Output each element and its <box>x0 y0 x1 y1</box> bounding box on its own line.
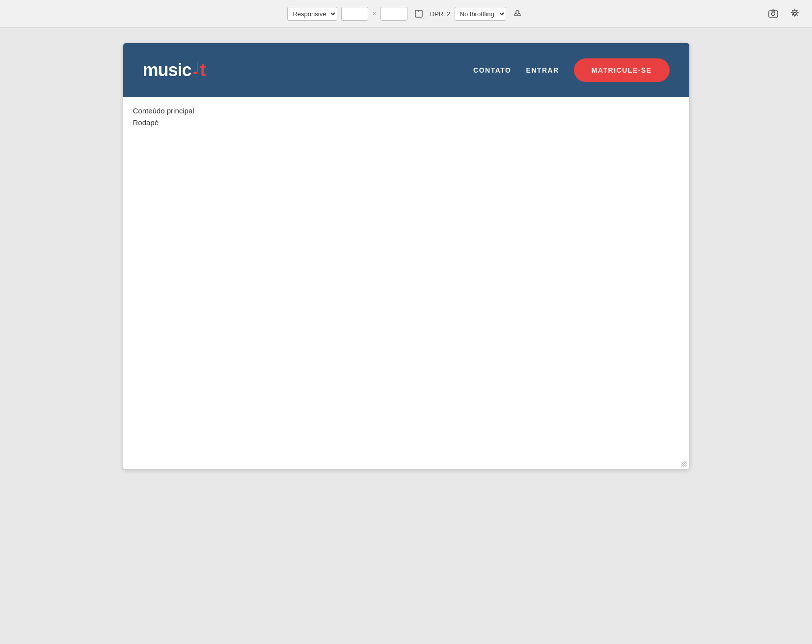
responsive-select[interactable]: Responsive <box>287 7 337 21</box>
logo-text-music: music <box>143 60 191 80</box>
screenshot-button[interactable] <box>766 6 781 21</box>
content-line-2: Rodapé <box>133 117 679 129</box>
devtools-toolbar: Responsive 776 × 568 DPR: 2 No throttlin… <box>0 0 812 28</box>
svg-point-2 <box>516 10 519 14</box>
logo-text-dot: t <box>200 60 206 80</box>
device-frame: music ♩ t CONTATO ENTRAR MATRICULE-SE Co… <box>123 43 690 470</box>
touch-button[interactable] <box>510 6 525 21</box>
site-nav: music ♩ t CONTATO ENTRAR MATRICULE-SE <box>123 43 689 97</box>
preview-wrapper: music ♩ t CONTATO ENTRAR MATRICULE-SE Co… <box>0 28 812 489</box>
width-input[interactable]: 776 <box>341 7 368 21</box>
height-input[interactable]: 568 <box>380 7 407 21</box>
nav-contato[interactable]: CONTATO <box>473 66 511 74</box>
dimension-separator: × <box>372 10 376 18</box>
toolbar-right <box>766 6 802 21</box>
throttling-select[interactable]: No throttling <box>455 7 506 21</box>
nav-entrar[interactable]: ENTRAR <box>526 66 559 74</box>
nav-links: CONTATO ENTRAR MATRICULE-SE <box>473 58 669 82</box>
screenshot-icon <box>768 8 779 19</box>
touch-icon <box>513 9 522 19</box>
content-line-1: Conteúdo principal <box>133 105 679 117</box>
dpr-label: DPR: 2 <box>430 10 451 18</box>
toolbar-center: Responsive 776 × 568 DPR: 2 No throttlin… <box>287 6 524 21</box>
rotate-icon <box>414 9 424 19</box>
cta-matricule-button[interactable]: MATRICULE-SE <box>574 58 670 82</box>
logo-music-note-icon: ♩ <box>192 60 200 77</box>
rotate-button[interactable] <box>411 6 426 21</box>
settings-button[interactable] <box>787 6 802 21</box>
logo: music ♩ t <box>143 60 206 80</box>
svg-point-4 <box>772 12 775 16</box>
site-content: Conteúdo principal Rodapé <box>123 97 689 460</box>
settings-icon <box>789 8 800 19</box>
